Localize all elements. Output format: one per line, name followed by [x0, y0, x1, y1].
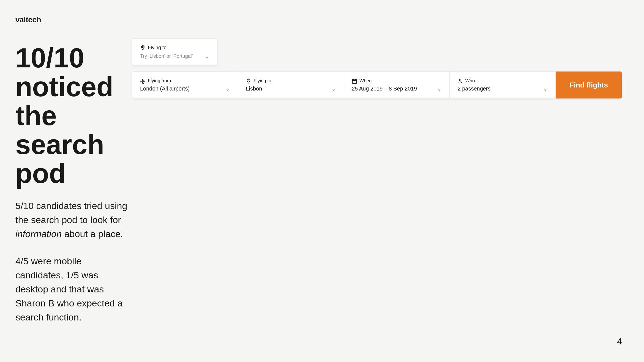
pin-to-icon	[246, 78, 251, 84]
flying-from-label: Flying from	[140, 78, 230, 84]
svg-rect-2	[352, 79, 356, 83]
top-pod-label: Flying to	[140, 45, 209, 51]
body-paragraph-2: 4/5 were mobile candidates, 1/5 was desk…	[15, 254, 131, 324]
when-label: When	[352, 78, 442, 84]
top-pod-chevron-icon[interactable]: ⌄	[205, 53, 209, 59]
top-pod-input-row[interactable]: Try ‘Lisbon’ or ‘Portugal’ ⌄	[140, 53, 209, 59]
body-paragraph-1: 5/10 candidates tried using the search p…	[15, 199, 131, 241]
flying-from-value-row: London (All airports) ⌄	[140, 86, 230, 92]
when-value-row: 25 Aug 2019 – 8 Sep 2019 ⌄	[352, 86, 442, 92]
top-pod-placeholder: Try ‘Lisbon’ or ‘Portugal’	[140, 53, 193, 59]
who-label: Who	[457, 78, 547, 84]
when-chevron-icon: ⌄	[437, 86, 442, 92]
svg-point-1	[248, 79, 249, 81]
when-field[interactable]: When 25 Aug 2019 – 8 Sep 2019 ⌄	[344, 72, 450, 98]
heading-score: 10/10	[15, 42, 84, 73]
person-icon	[457, 78, 463, 84]
flying-to-value-row: Lisbon ⌄	[246, 86, 336, 92]
who-value-row: 2 passengers ⌄	[457, 86, 547, 92]
find-flights-button[interactable]: Find flights	[556, 72, 622, 98]
main-heading: 10/10 noticed the search pod	[15, 43, 131, 188]
who-field[interactable]: Who 2 passengers ⌄	[450, 72, 555, 98]
top-pod-label-text: Flying to	[148, 45, 167, 51]
search-bar: Flying from London (All airports) ⌄ Flyi…	[132, 71, 622, 99]
page-number: 4	[617, 336, 622, 347]
pin-icon	[140, 45, 146, 51]
svg-point-6	[459, 79, 461, 81]
flying-to-label: Flying to	[246, 78, 336, 84]
heading-subtitle: noticed the search pod	[15, 71, 113, 189]
top-search-pod: Flying to Try ‘Lisbon’ or ‘Portugal’ ⌄	[132, 39, 217, 66]
logo-text: valtech_	[15, 15, 45, 24]
plane-from-icon	[140, 78, 146, 84]
calendar-icon	[352, 78, 357, 84]
flying-to-field[interactable]: Flying to Lisbon ⌄	[238, 72, 344, 98]
flying-from-field[interactable]: Flying from London (All airports) ⌄	[132, 72, 238, 98]
flying-from-chevron-icon: ⌄	[225, 86, 230, 92]
who-chevron-icon: ⌄	[543, 86, 548, 92]
heading-block: 10/10 noticed the search pod 5/10 candid…	[15, 43, 131, 338]
svg-point-0	[142, 46, 143, 48]
flying-to-chevron-icon: ⌄	[331, 86, 336, 92]
search-area: Flying to Try ‘Lisbon’ or ‘Portugal’ ⌄ F…	[132, 39, 622, 99]
logo: valtech_	[15, 15, 45, 24]
